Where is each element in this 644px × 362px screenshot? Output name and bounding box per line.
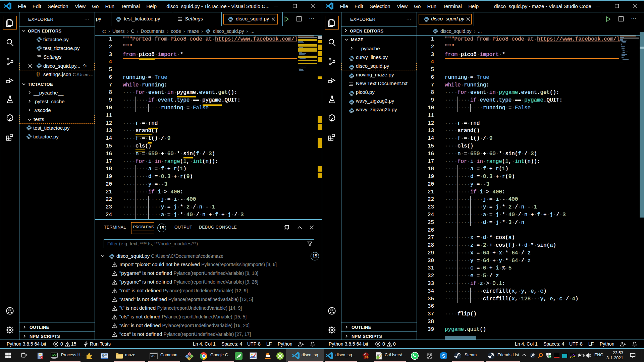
svg-text:S: S (442, 353, 445, 359)
svg-text:C:\_: C:\_ (151, 355, 156, 357)
svg-text:64: 64 (365, 356, 368, 358)
